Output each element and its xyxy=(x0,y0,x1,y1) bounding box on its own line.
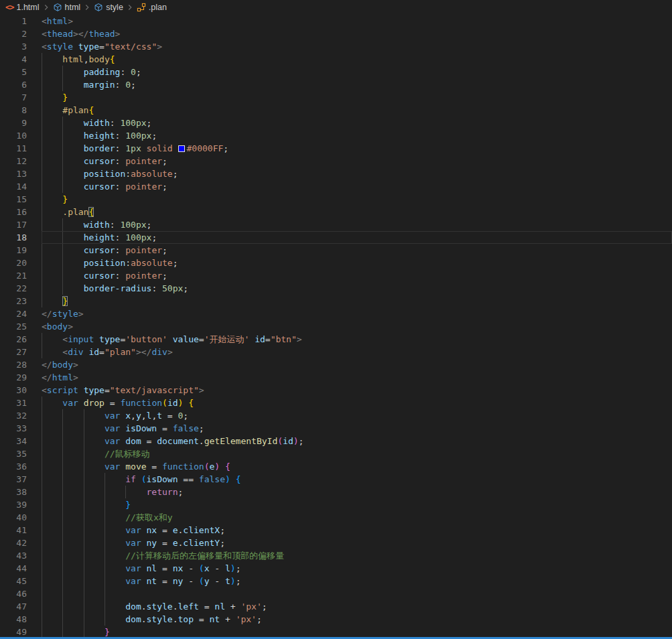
folding-gutter[interactable] xyxy=(27,257,42,269)
code-line-content[interactable]: border-radius: 50px; xyxy=(42,282,672,295)
folding-gutter[interactable] xyxy=(27,91,42,104)
folding-gutter[interactable] xyxy=(27,282,42,295)
code-line[interactable]: 29</html> xyxy=(0,371,672,384)
code-line-content[interactable]: #plan{ xyxy=(42,104,672,117)
code-line-content[interactable]: <script type="text/javascript"> xyxy=(42,384,672,397)
code-line[interactable]: 10 height: 100px; xyxy=(0,129,672,142)
line-number[interactable]: 8 xyxy=(0,104,27,117)
folding-gutter[interactable] xyxy=(27,397,42,409)
code-editor[interactable]: 1<html>2<thead></thead>3<style type="tex… xyxy=(0,15,672,638)
folding-gutter[interactable] xyxy=(27,333,42,346)
code-line-content[interactable]: <html> xyxy=(42,15,672,27)
code-line[interactable]: 26 <input type='button' value='开始运动' id=… xyxy=(0,333,672,346)
line-number[interactable]: 11 xyxy=(0,142,27,155)
line-number[interactable]: 42 xyxy=(0,537,27,549)
folding-gutter[interactable] xyxy=(27,537,42,549)
folding-gutter[interactable] xyxy=(27,231,42,244)
folding-gutter[interactable] xyxy=(27,575,42,587)
line-number[interactable]: 38 xyxy=(0,486,27,498)
code-line[interactable]: 7 } xyxy=(0,91,672,104)
line-number[interactable]: 27 xyxy=(0,346,27,358)
code-line-content[interactable]: } xyxy=(42,193,672,206)
folding-gutter[interactable] xyxy=(27,53,42,66)
code-line-content[interactable]: //获取x和y xyxy=(42,511,672,524)
color-swatch[interactable] xyxy=(178,145,185,152)
line-number[interactable]: 24 xyxy=(0,307,27,320)
line-number[interactable]: 6 xyxy=(0,78,27,91)
code-line[interactable]: 28</body> xyxy=(0,358,672,371)
code-line[interactable]: 24</style> xyxy=(0,307,672,320)
code-line-content[interactable]: height: 100px; xyxy=(42,231,672,244)
folding-gutter[interactable] xyxy=(27,524,42,537)
code-line-content[interactable]: } xyxy=(42,91,672,104)
folding-gutter[interactable] xyxy=(27,435,42,447)
code-line[interactable]: 41 var nx = e.clientX; xyxy=(0,524,672,537)
code-line[interactable]: 45 var nt = ny - (y - t); xyxy=(0,575,672,587)
folding-gutter[interactable] xyxy=(27,66,42,78)
code-line[interactable]: 15 } xyxy=(0,193,672,206)
code-line-content[interactable]: position:absolute; xyxy=(42,257,672,269)
code-line[interactable]: 36 var move = function(e) { xyxy=(0,460,672,473)
line-number[interactable]: 12 xyxy=(0,155,27,167)
code-line-content[interactable]: </style> xyxy=(42,307,672,320)
line-number[interactable]: 25 xyxy=(0,320,27,333)
code-line-content[interactable]: cursor: pointer; xyxy=(42,180,672,193)
folding-gutter[interactable] xyxy=(27,600,42,613)
code-line[interactable]: 13 position:absolute; xyxy=(0,167,672,180)
code-line[interactable]: 35 //鼠标移动 xyxy=(0,447,672,460)
code-line-content[interactable]: margin: 0; xyxy=(42,78,672,91)
line-number[interactable]: 26 xyxy=(0,333,27,346)
breadcrumb-item-plan-selector[interactable]: .plan xyxy=(137,3,167,12)
line-number[interactable]: 9 xyxy=(0,117,27,129)
code-line[interactable]: 39 } xyxy=(0,498,672,511)
folding-gutter[interactable] xyxy=(27,473,42,486)
code-line-content[interactable]: } xyxy=(42,295,672,307)
code-line[interactable]: 5 padding: 0; xyxy=(0,66,672,78)
line-number[interactable]: 29 xyxy=(0,371,27,384)
breadcrumb-item-file[interactable]: <> 1.html xyxy=(5,3,40,12)
code-line-content[interactable]: dom.style.top = nt + 'px'; xyxy=(42,613,672,626)
code-line-content[interactable]: cursor: pointer; xyxy=(42,244,672,257)
line-number[interactable]: 23 xyxy=(0,295,27,307)
folding-gutter[interactable] xyxy=(27,358,42,371)
line-number[interactable]: 20 xyxy=(0,257,27,269)
code-line-content[interactable]: var ny = e.clientY; xyxy=(42,537,672,549)
folding-gutter[interactable] xyxy=(27,511,42,524)
code-line-content[interactable]: width: 100px; xyxy=(42,117,672,129)
code-line[interactable]: 14 cursor: pointer; xyxy=(0,180,672,193)
folding-gutter[interactable] xyxy=(27,498,42,511)
code-line[interactable]: 3<style type="text/css"> xyxy=(0,40,672,53)
line-number[interactable]: 5 xyxy=(0,66,27,78)
code-line[interactable]: 40 //获取x和y xyxy=(0,511,672,524)
code-line-content[interactable]: <input type='button' value='开始运动' id="bt… xyxy=(42,333,672,346)
code-line[interactable]: 16 .plan{ xyxy=(0,206,672,218)
code-line-content[interactable]: var nt = ny - (y - t); xyxy=(42,575,672,587)
code-line[interactable]: 2<thead></thead> xyxy=(0,27,672,40)
line-number[interactable]: 28 xyxy=(0,358,27,371)
line-number[interactable]: 47 xyxy=(0,600,27,613)
code-line-content[interactable]: <div id="plan"></div> xyxy=(42,346,672,358)
code-line-content[interactable]: dom.style.left = nl + 'px'; xyxy=(42,600,672,613)
line-number[interactable]: 41 xyxy=(0,524,27,537)
code-line-content[interactable]: var nx = e.clientX; xyxy=(42,524,672,537)
code-line[interactable]: 34 var dom = document.getElementById(id)… xyxy=(0,435,672,447)
code-line[interactable]: 32 var x,y,l,t = 0; xyxy=(0,409,672,422)
line-number[interactable]: 32 xyxy=(0,409,27,422)
line-number[interactable]: 43 xyxy=(0,549,27,562)
breadcrumb-item-style[interactable]: style xyxy=(94,3,123,12)
folding-gutter[interactable] xyxy=(27,346,42,358)
folding-gutter[interactable] xyxy=(27,244,42,257)
line-number[interactable]: 2 xyxy=(0,27,27,40)
code-line[interactable]: 17 width: 100px; xyxy=(0,218,672,231)
code-line[interactable]: 22 border-radius: 50px; xyxy=(0,282,672,295)
code-line[interactable]: 48 dom.style.top = nt + 'px'; xyxy=(0,613,672,626)
line-number[interactable]: 34 xyxy=(0,435,27,447)
code-line-content[interactable]: border: 1px solid #0000FF; xyxy=(42,142,672,155)
code-line[interactable]: 9 width: 100px; xyxy=(0,117,672,129)
folding-gutter[interactable] xyxy=(27,78,42,91)
code-line-content[interactable]: if (isDown == false) { xyxy=(42,473,672,486)
folding-gutter[interactable] xyxy=(27,307,42,320)
folding-gutter[interactable] xyxy=(27,180,42,193)
code-line[interactable]: 18 height: 100px; xyxy=(0,231,672,244)
code-line-content[interactable]: var nl = nx - (x - l); xyxy=(42,562,672,575)
